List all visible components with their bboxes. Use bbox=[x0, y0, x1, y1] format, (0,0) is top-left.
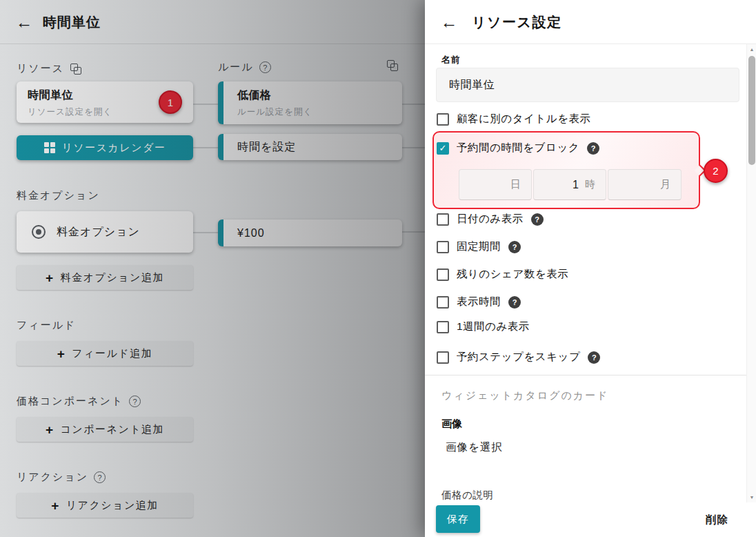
panel-back-button[interactable]: ← bbox=[437, 10, 461, 34]
checkbox-row-one-week[interactable]: 1週間のみ表示 bbox=[437, 320, 530, 333]
connector-line bbox=[193, 147, 218, 148]
copy-icon[interactable] bbox=[70, 63, 82, 75]
scrollbar-up-icon[interactable]: ▲ bbox=[747, 45, 756, 54]
help-icon[interactable]: ? bbox=[259, 61, 271, 73]
resource-calendar-button-label: リソースカレンダー bbox=[62, 141, 166, 155]
checkbox-label: 予約ステップをスキップ bbox=[457, 350, 580, 364]
checkbox-unchecked[interactable] bbox=[437, 296, 449, 309]
panel-scrollbar[interactable]: ▲ ▼ bbox=[746, 44, 756, 502]
help-icon[interactable]: ? bbox=[587, 142, 599, 155]
help-icon[interactable]: ? bbox=[531, 213, 544, 226]
add-reaction-button[interactable]: + リアクション追加 bbox=[17, 493, 193, 518]
components-label-text: 価格コンポーネント bbox=[17, 395, 123, 408]
price-options-section-label: 料金オプション bbox=[17, 189, 100, 202]
checkbox-row-remaining-shares[interactable]: 残りのシェア数を表示 bbox=[437, 268, 568, 281]
block-days-input[interactable]: 日 bbox=[459, 169, 532, 200]
checkbox-row-display-time[interactable]: 表示時間 ? bbox=[437, 295, 521, 309]
resource-settings-panel: ← リソース設定 名前 顧客に別のタイトルを表示 2 ✓ 予約間の時間をブロック… bbox=[425, 0, 756, 537]
rule-card-price[interactable]: ¥100 bbox=[218, 219, 402, 246]
rule-card-low-price[interactable]: 低価格 ルール設定を開く bbox=[218, 81, 402, 124]
rules-section-label: ルール ? bbox=[218, 61, 271, 74]
reactions-section-label: リアクション ? bbox=[17, 471, 106, 484]
price-option-card-title: 料金オプション bbox=[57, 225, 140, 240]
radio-selected-icon bbox=[32, 225, 46, 239]
scrollbar-down-icon[interactable]: ▼ bbox=[747, 493, 756, 502]
checkbox-label: 1週間のみ表示 bbox=[457, 320, 530, 334]
fields-section-label: フィールド bbox=[17, 319, 76, 332]
add-component-button[interactable]: + コンポーネント追加 bbox=[17, 417, 193, 442]
panel-footer: 保存 削除 bbox=[425, 502, 746, 537]
rule-card-set-time-title: 時間を設定 bbox=[237, 140, 296, 155]
panel-title: リソース設定 bbox=[472, 0, 561, 44]
checkbox-unchecked[interactable] bbox=[437, 321, 449, 333]
checkbox-label: 日付のみ表示 bbox=[457, 212, 524, 226]
resource-calendar-button[interactable]: リソースカレンダー bbox=[17, 135, 193, 160]
connector-line bbox=[402, 104, 425, 105]
checkbox-checked[interactable]: ✓ bbox=[437, 142, 449, 155]
price-options-label-text: 料金オプション bbox=[17, 189, 100, 202]
help-icon[interactable]: ? bbox=[129, 396, 141, 407]
page-title: 時間単位 bbox=[43, 0, 101, 44]
add-field-button[interactable]: + フィールド追加 bbox=[17, 341, 193, 366]
checkbox-row-block-time[interactable]: ✓ 予約間の時間をブロック ? bbox=[437, 141, 599, 155]
name-field-label: 名前 bbox=[441, 54, 460, 66]
widget-catalog-section-label: ウィジェットカタログのカード bbox=[441, 389, 609, 402]
add-price-option-label: 料金オプション追加 bbox=[61, 271, 164, 284]
scrollbar-thumb[interactable] bbox=[748, 56, 755, 165]
annotation-badge-1: 1 bbox=[159, 90, 182, 114]
help-icon[interactable]: ? bbox=[508, 241, 521, 253]
checkbox-label: 顧客に別のタイトルを表示 bbox=[457, 112, 591, 126]
rules-label-text: ルール bbox=[218, 61, 254, 74]
help-icon[interactable]: ? bbox=[94, 471, 106, 483]
rule-card-title: 低価格 bbox=[237, 88, 391, 103]
connector-line bbox=[402, 231, 425, 233]
connector-line bbox=[193, 232, 218, 233]
panel-header: ← リソース設定 bbox=[425, 0, 756, 44]
resource-card[interactable]: 時間単位 リソース設定を開く 1 bbox=[17, 81, 193, 123]
checkbox-row-customer-title[interactable]: 顧客に別のタイトルを表示 bbox=[437, 113, 591, 126]
plus-icon: + bbox=[57, 347, 66, 360]
checkbox-label: 固定期間 bbox=[457, 240, 501, 254]
connector-line bbox=[193, 104, 218, 105]
delete-button[interactable]: 削除 bbox=[706, 513, 728, 527]
flow-editor-area: ← 時間単位 リソース 時間単位 リソース設定を開く 1 リソースカレンダー 料… bbox=[0, 0, 425, 537]
save-button[interactable]: 保存 bbox=[436, 505, 480, 533]
annotation-badge-2: 2 bbox=[704, 159, 728, 183]
rule-card-set-time[interactable]: 時間を設定 bbox=[218, 134, 402, 160]
plus-icon: + bbox=[51, 499, 60, 512]
resource-section-label: リソース bbox=[17, 62, 82, 75]
checkbox-row-date-only[interactable]: 日付のみ表示 ? bbox=[437, 213, 544, 226]
checkbox-unchecked[interactable] bbox=[437, 213, 449, 226]
checkbox-row-skip-booking-step[interactable]: 予約ステップをスキップ ? bbox=[437, 351, 600, 364]
checkbox-label: 表示時間 bbox=[457, 295, 501, 309]
block-hours-suffix: 時 bbox=[585, 178, 595, 191]
add-field-label: フィールド追加 bbox=[72, 347, 152, 360]
checkbox-unchecked[interactable] bbox=[437, 351, 449, 364]
block-days-suffix: 日 bbox=[510, 178, 521, 191]
price-option-card[interactable]: 料金オプション bbox=[17, 211, 193, 253]
add-reaction-label: リアクション追加 bbox=[66, 499, 159, 512]
flow-header: ← 時間単位 bbox=[0, 0, 425, 44]
section-divider bbox=[425, 375, 746, 375]
checkbox-label: 予約間の時間をブロック bbox=[457, 141, 579, 155]
name-input[interactable] bbox=[436, 68, 739, 102]
help-icon[interactable]: ? bbox=[508, 296, 521, 309]
add-component-label: コンポーネント追加 bbox=[61, 423, 165, 436]
add-price-option-button[interactable]: + 料金オプション追加 bbox=[17, 265, 193, 290]
plus-icon: + bbox=[46, 423, 54, 436]
checkbox-unchecked[interactable] bbox=[437, 268, 449, 281]
help-icon[interactable]: ? bbox=[588, 351, 600, 364]
block-months-input[interactable]: 月 bbox=[608, 169, 682, 200]
plus-icon: + bbox=[46, 271, 54, 284]
connector-line bbox=[402, 147, 425, 148]
check-icon: ✓ bbox=[439, 143, 447, 153]
select-image-button[interactable]: 画像を選択 bbox=[446, 440, 503, 455]
block-hours-input[interactable]: 1 時 bbox=[533, 169, 606, 200]
resource-section-label-text: リソース bbox=[17, 62, 64, 75]
rule-card-price-title: ¥100 bbox=[237, 227, 265, 240]
checkbox-unchecked[interactable] bbox=[437, 241, 449, 253]
back-button[interactable]: ← bbox=[12, 10, 36, 34]
checkbox-row-fixed-period[interactable]: 固定期間 ? bbox=[437, 240, 521, 253]
checkbox-unchecked[interactable] bbox=[437, 113, 449, 126]
copy-icon[interactable] bbox=[386, 59, 399, 72]
